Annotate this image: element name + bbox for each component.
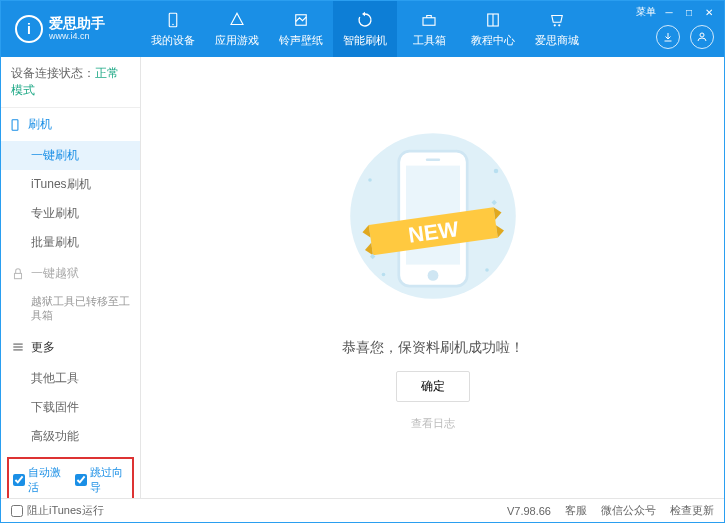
svg-point-8	[700, 33, 704, 37]
maximize-button[interactable]: □	[682, 5, 696, 19]
nav-toolbox[interactable]: 工具箱	[397, 1, 461, 57]
connection-status: 设备连接状态：正常模式	[1, 57, 140, 108]
logo-icon: i	[15, 15, 43, 43]
connection-label: 设备连接状态：	[11, 66, 95, 80]
sidebar-section-flash[interactable]: 刷机	[1, 108, 140, 141]
book-icon	[484, 11, 502, 29]
wallpaper-icon	[292, 11, 310, 29]
sidebar: 设备连接状态：正常模式 刷机 一键刷机 iTunes刷机 专业刷机 批量刷机 一…	[1, 57, 141, 498]
auto-activate-checkbox[interactable]: 自动激活	[13, 465, 67, 495]
window-controls: 菜单 ─ □ ✕	[636, 5, 716, 19]
skip-guide-checkbox[interactable]: 跳过向导	[75, 465, 129, 495]
nav-my-device[interactable]: 我的设备	[141, 1, 205, 57]
nav-label: 工具箱	[413, 33, 446, 48]
svg-rect-19	[425, 158, 439, 161]
status-bar: 阻止iTunes运行 V7.98.66 客服 微信公众号 检查更新	[1, 498, 724, 522]
sidebar-item-batch-flash[interactable]: 批量刷机	[1, 228, 140, 257]
version-label: V7.98.66	[507, 505, 551, 517]
svg-point-7	[558, 24, 560, 26]
sidebar-title: 刷机	[28, 116, 52, 133]
svg-point-28	[485, 268, 489, 272]
svg-rect-10	[15, 273, 22, 278]
nav-label: 智能刷机	[343, 33, 387, 48]
sidebar-title: 一键越狱	[31, 265, 79, 282]
svg-point-26	[493, 168, 498, 173]
checkbox-label: 阻止iTunes运行	[27, 503, 104, 518]
svg-rect-9	[12, 119, 18, 130]
nav-label: 我的设备	[151, 33, 195, 48]
user-button[interactable]	[690, 25, 714, 49]
app-header: i 爱思助手 www.i4.cn 我的设备 应用游戏 铃声壁纸 智能刷机 工具箱	[1, 1, 724, 57]
nav-label: 爱思商城	[535, 33, 579, 48]
nav-label: 教程中心	[471, 33, 515, 48]
cart-icon	[548, 11, 566, 29]
sidebar-item-download-firmware[interactable]: 下载固件	[1, 393, 140, 422]
menu-icon	[11, 340, 25, 354]
nav-apps[interactable]: 应用游戏	[205, 1, 269, 57]
success-illustration: NEW	[343, 125, 523, 325]
close-button[interactable]: ✕	[702, 5, 716, 19]
phone-icon	[164, 11, 182, 29]
content-area: NEW 恭喜您，保资料刷机成功啦！ 确定 查看日志	[141, 57, 724, 498]
minimize-button[interactable]: ─	[662, 5, 676, 19]
flash-icon	[8, 118, 22, 132]
nav-tutorials[interactable]: 教程中心	[461, 1, 525, 57]
ok-button[interactable]: 确定	[396, 371, 470, 402]
block-itunes-checkbox[interactable]: 阻止iTunes运行	[11, 503, 104, 518]
options-highlight-box: 自动激活 跳过向导	[7, 457, 134, 498]
svg-point-18	[427, 270, 438, 281]
checkbox-label: 跳过向导	[90, 465, 129, 495]
app-url: www.i4.cn	[49, 32, 105, 42]
svg-point-6	[554, 24, 556, 26]
customer-service-link[interactable]: 客服	[565, 503, 587, 518]
svg-rect-3	[423, 17, 435, 25]
checkbox-label: 自动激活	[28, 465, 67, 495]
sidebar-title: 更多	[31, 339, 55, 356]
menu-button[interactable]: 菜单	[636, 5, 656, 19]
nav-ringtones[interactable]: 铃声壁纸	[269, 1, 333, 57]
download-icon	[662, 31, 674, 43]
jailbreak-note: 越狱工具已转移至工具箱	[1, 290, 140, 331]
sidebar-section-jailbreak: 一键越狱	[1, 257, 140, 290]
svg-point-1	[172, 23, 174, 25]
success-message: 恭喜您，保资料刷机成功啦！	[342, 339, 524, 357]
sidebar-item-oneclick-flash[interactable]: 一键刷机	[1, 141, 140, 170]
sidebar-item-itunes-flash[interactable]: iTunes刷机	[1, 170, 140, 199]
svg-point-25	[368, 178, 372, 182]
check-update-link[interactable]: 检查更新	[670, 503, 714, 518]
nav-label: 应用游戏	[215, 33, 259, 48]
view-log-link[interactable]: 查看日志	[411, 416, 455, 431]
wechat-link[interactable]: 微信公众号	[601, 503, 656, 518]
app-name: 爱思助手	[49, 16, 105, 31]
toolbox-icon	[420, 11, 438, 29]
nav-label: 铃声壁纸	[279, 33, 323, 48]
user-icon	[696, 31, 708, 43]
sidebar-item-advanced[interactable]: 高级功能	[1, 422, 140, 451]
lock-icon	[11, 267, 25, 281]
sidebar-item-pro-flash[interactable]: 专业刷机	[1, 199, 140, 228]
refresh-icon	[356, 11, 374, 29]
sidebar-item-other-tools[interactable]: 其他工具	[1, 364, 140, 393]
main-nav: 我的设备 应用游戏 铃声壁纸 智能刷机 工具箱 教程中心 爱思商城	[141, 1, 589, 57]
sidebar-section-more[interactable]: 更多	[1, 331, 140, 364]
logo: i 爱思助手 www.i4.cn	[1, 15, 141, 43]
nav-smart-flash[interactable]: 智能刷机	[333, 1, 397, 57]
svg-point-27	[381, 272, 385, 276]
download-button[interactable]	[656, 25, 680, 49]
nav-store[interactable]: 爱思商城	[525, 1, 589, 57]
apps-icon	[228, 11, 246, 29]
